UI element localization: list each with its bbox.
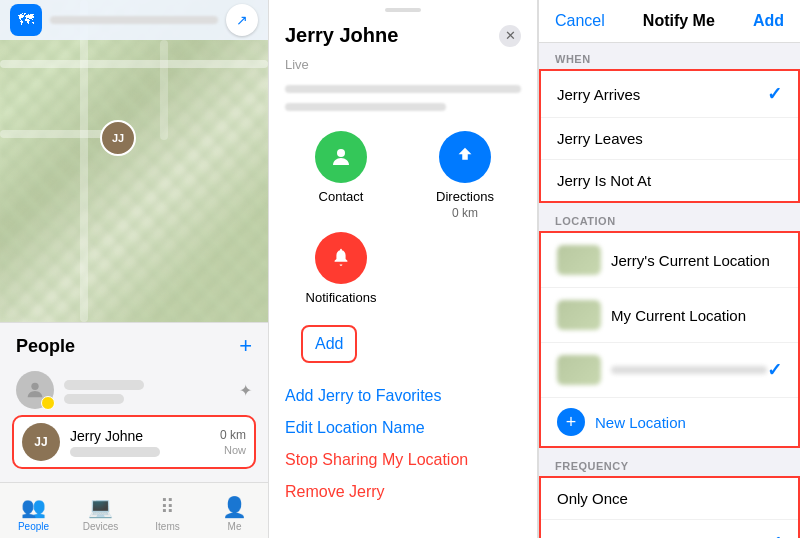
person-distance: 0 km xyxy=(220,428,246,442)
add-notification-container: Add xyxy=(285,321,521,367)
frequency-section-label: FREQUENCY xyxy=(539,450,800,476)
person-action-icon: ✦ xyxy=(239,381,252,400)
person-info: Jerry Johne xyxy=(70,428,210,457)
person-sub-blurred xyxy=(64,394,124,404)
contact-action[interactable]: Contact xyxy=(285,131,397,220)
map-overlay xyxy=(0,0,268,322)
add-label: Add xyxy=(315,335,343,352)
remove-jerry-button[interactable]: Remove Jerry xyxy=(285,483,521,501)
tab-items[interactable]: ⠿ Items xyxy=(134,489,201,532)
map-road xyxy=(0,60,268,68)
notifications-label: Notifications xyxy=(306,290,377,305)
people-panel: People + ✦ JJ Jerry Johne xyxy=(0,322,268,482)
list-item[interactable]: Jerry Arrives ✓ xyxy=(541,71,798,118)
checkmark-icon: ✓ xyxy=(767,359,782,381)
menu-list: Add Jerry to Favorites Edit Location Nam… xyxy=(269,375,537,513)
maps-icon[interactable]: 🗺 xyxy=(10,4,42,36)
notify-header: Cancel Notify Me Add xyxy=(539,0,800,43)
list-item[interactable]: Jerry Leaves xyxy=(541,118,798,160)
avatar: JJ xyxy=(22,423,60,461)
tab-me[interactable]: 👤 Me xyxy=(201,489,268,532)
action-grid: Contact Directions 0 km Notifications xyxy=(269,115,537,321)
panel-header: Jerry Johne ✕ xyxy=(269,20,537,55)
list-item[interactable]: Every Time ✓ xyxy=(541,520,798,538)
when-option-not-at: Jerry Is Not At xyxy=(557,172,782,189)
directions-distance: 0 km xyxy=(452,206,478,220)
list-item[interactable]: Jerry's Current Location xyxy=(541,233,798,288)
list-item[interactable]: Jerry Is Not At xyxy=(541,160,798,201)
people-add-button[interactable]: + xyxy=(239,335,252,357)
person-sub-blurred xyxy=(70,447,160,457)
map-road xyxy=(160,40,168,140)
location-group: Jerry's Current Location My Current Loca… xyxy=(539,231,800,448)
location-section-label: LOCATION xyxy=(539,205,800,231)
directions-icon xyxy=(439,131,491,183)
notifications-action[interactable]: Notifications xyxy=(285,232,397,305)
checkmark-icon: ✓ xyxy=(767,532,782,538)
tab-devices[interactable]: 💻 Devices xyxy=(67,489,134,532)
svg-point-1 xyxy=(337,149,345,157)
frequency-option-once: Only Once xyxy=(557,490,782,507)
notify-title: Notify Me xyxy=(643,12,715,30)
tab-bar: 👥 People 💻 Devices ⠿ Items 👤 Me xyxy=(0,482,268,538)
list-item[interactable]: Only Once xyxy=(541,478,798,520)
map-top-bar: 🗺 ↗ xyxy=(0,0,268,40)
directions-action[interactable]: Directions 0 km xyxy=(409,131,521,220)
frequency-group: Only Once Every Time ✓ xyxy=(539,476,800,538)
cancel-button[interactable]: Cancel xyxy=(555,12,605,30)
when-group: Jerry Arrives ✓ Jerry Leaves Jerry Is No… xyxy=(539,69,800,203)
items-tab-icon: ⠿ xyxy=(160,495,175,519)
tab-label: People xyxy=(18,521,49,532)
people-tab-icon: 👥 xyxy=(21,495,46,519)
people-list: ✦ JJ Jerry Johne 0 km Now xyxy=(0,365,268,469)
location-option-jerry: Jerry's Current Location xyxy=(611,252,782,269)
person-name-blurred xyxy=(64,380,144,390)
list-item[interactable]: ✦ xyxy=(12,365,256,415)
middle-panel: Jerry Johne ✕ Live Contact Directions 0 … xyxy=(268,0,538,538)
live-label: Live xyxy=(285,57,309,72)
location-thumbnail xyxy=(557,245,601,275)
checkmark-icon: ✓ xyxy=(767,83,782,105)
person-info xyxy=(64,377,229,404)
blurred-info xyxy=(285,85,521,93)
when-option-arrives: Jerry Arrives xyxy=(557,86,767,103)
tab-label: Devices xyxy=(83,521,119,532)
stop-sharing-button[interactable]: Stop Sharing My Location xyxy=(285,451,521,469)
contact-label: Contact xyxy=(319,189,364,204)
contact-icon xyxy=(315,131,367,183)
location-option-mine: My Current Location xyxy=(611,307,782,324)
people-title: People xyxy=(16,336,75,357)
new-location-label: New Location xyxy=(595,414,686,431)
directions-label: Directions xyxy=(436,189,494,204)
people-header: People + xyxy=(0,323,268,365)
when-section-label: WHEN xyxy=(539,43,800,69)
jj-map-avatar: JJ xyxy=(100,120,136,156)
add-to-favorites-button[interactable]: Add Jerry to Favorites xyxy=(285,387,521,405)
search-bar xyxy=(50,16,218,24)
new-location-row[interactable]: + New Location xyxy=(541,398,798,446)
notify-scroll: WHEN Jerry Arrives ✓ Jerry Leaves Jerry … xyxy=(539,43,800,538)
avatar-badge xyxy=(41,396,55,410)
person-meta: 0 km Now xyxy=(220,428,246,456)
close-button[interactable]: ✕ xyxy=(499,25,521,47)
tab-people[interactable]: 👥 People xyxy=(0,489,67,532)
list-item[interactable]: My Current Location xyxy=(541,288,798,343)
edit-location-name-button[interactable]: Edit Location Name xyxy=(285,419,521,437)
list-item[interactable]: ✓ xyxy=(541,343,798,398)
notify-add-button[interactable]: Add xyxy=(753,12,784,30)
person-time: Now xyxy=(224,444,246,456)
tab-label: Items xyxy=(155,521,179,532)
blurred-location-name xyxy=(611,366,767,374)
notifications-icon xyxy=(315,232,367,284)
right-panel: Cancel Notify Me Add WHEN Jerry Arrives … xyxy=(538,0,800,538)
add-notification-button[interactable]: Add xyxy=(301,325,357,363)
svg-point-0 xyxy=(31,383,38,390)
location-thumbnail xyxy=(557,300,601,330)
list-item[interactable]: JJ Jerry Johne 0 km Now xyxy=(12,415,256,469)
when-option-leaves: Jerry Leaves xyxy=(557,130,782,147)
map-road xyxy=(80,0,88,322)
panel-title: Jerry Johne xyxy=(285,24,398,47)
location-thumbnail xyxy=(557,355,601,385)
locate-button[interactable]: ↗ xyxy=(226,4,258,36)
panel-handle xyxy=(385,8,421,12)
